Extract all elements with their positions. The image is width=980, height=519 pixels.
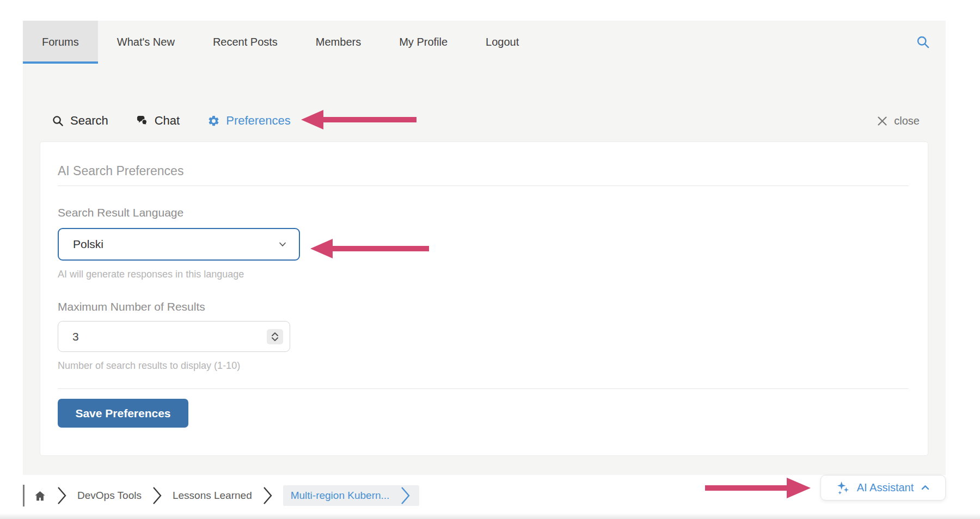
language-selected-value: Polski [73,238,103,251]
max-results-helper-text: Number of search results to display (1-1… [58,360,909,372]
annotation-arrow-language-select [310,239,429,258]
chevron-right-icon [261,486,274,505]
max-results-field-wrap [58,321,290,352]
sparkles-icon [836,480,850,495]
preferences-card: AI Search Preferences Search Result Lang… [40,141,928,456]
breadcrumb-item-devops-tools[interactable]: DevOps Tools [77,490,142,502]
chevron-right-icon [151,486,163,505]
arrow-body [323,117,416,122]
nav-item-label: What's New [117,36,175,48]
arrow-head [301,110,323,129]
max-results-input[interactable] [58,321,290,352]
nav-item-recent-posts[interactable]: Recent Posts [194,21,297,64]
arrow-head [310,239,333,258]
chat-icon [136,115,149,127]
chevron-right-icon [399,486,412,505]
top-navbar: Forums What's New Recent Posts Members M… [23,21,946,64]
annotation-arrow-ai-assistant [705,478,811,498]
home-breadcrumb-button[interactable] [34,490,46,502]
tab-search[interactable]: Search [52,114,108,128]
language-select[interactable]: Polski [58,228,300,261]
nav-item-label: Members [316,36,361,48]
ai-assistant-label: AI Assistant [857,481,914,494]
max-results-label: Maximum Number of Results [58,300,909,313]
nav-item-whats-new[interactable]: What's New [98,21,194,64]
ai-assistant-button[interactable]: AI Assistant [820,475,946,501]
save-preferences-button[interactable]: Save Preferences [58,399,188,428]
preferences-heading: AI Search Preferences [58,164,909,178]
divider [58,186,909,186]
tab-label: Chat [155,114,180,128]
close-icon [877,115,888,127]
chevron-down-icon [271,337,279,342]
breadcrumb-divider [23,485,24,506]
page: Forums What's New Recent Posts Members M… [0,0,980,519]
chevron-down-icon [277,239,288,250]
close-panel-button[interactable]: close [877,109,920,133]
gear-icon [207,115,220,127]
chevron-up-icon [271,332,279,337]
nav-search-button[interactable] [916,21,946,64]
tab-label: Search [70,114,108,128]
nav-item-members[interactable]: Members [297,21,380,64]
nav-item-my-profile[interactable]: My Profile [380,21,467,64]
nav-item-logout[interactable]: Logout [467,21,538,64]
breadcrumb-item-lessons-learned[interactable]: Lessons Learned [173,490,252,502]
page-bottom-edge [0,513,980,519]
nav-item-forums[interactable]: Forums [23,21,98,64]
divider [58,388,909,389]
nav-item-label: Logout [486,36,519,48]
nav-item-label: Recent Posts [213,36,278,48]
tab-label: Preferences [226,114,291,128]
tab-chat[interactable]: Chat [136,114,180,128]
home-icon [34,490,46,502]
language-label: Search Result Language [58,206,909,219]
language-helper-text: AI will generate responses in this langu… [58,269,909,280]
breadcrumb-current-highlight: Multi-region Kubern... [283,485,420,506]
breadcrumb-item-current[interactable]: Multi-region Kubern... [291,490,390,502]
annotation-arrow-preferences [301,110,416,129]
close-label: close [894,115,920,127]
search-icon [52,115,64,127]
breadcrumb: DevOps Tools Lessons Learned Multi-regio… [23,484,419,507]
tab-preferences[interactable]: Preferences [207,114,291,128]
chevron-right-icon [56,486,68,505]
arrow-body [333,246,429,251]
quantity-stepper[interactable] [267,329,283,344]
chevron-up-icon [920,483,930,493]
ai-panel-tabs: Search Chat Preferences c [23,109,946,133]
search-icon [916,35,930,50]
arrow-head [787,478,811,498]
arrow-body [705,485,787,491]
nav-item-label: Forums [42,36,79,48]
nav-item-label: My Profile [399,36,448,48]
